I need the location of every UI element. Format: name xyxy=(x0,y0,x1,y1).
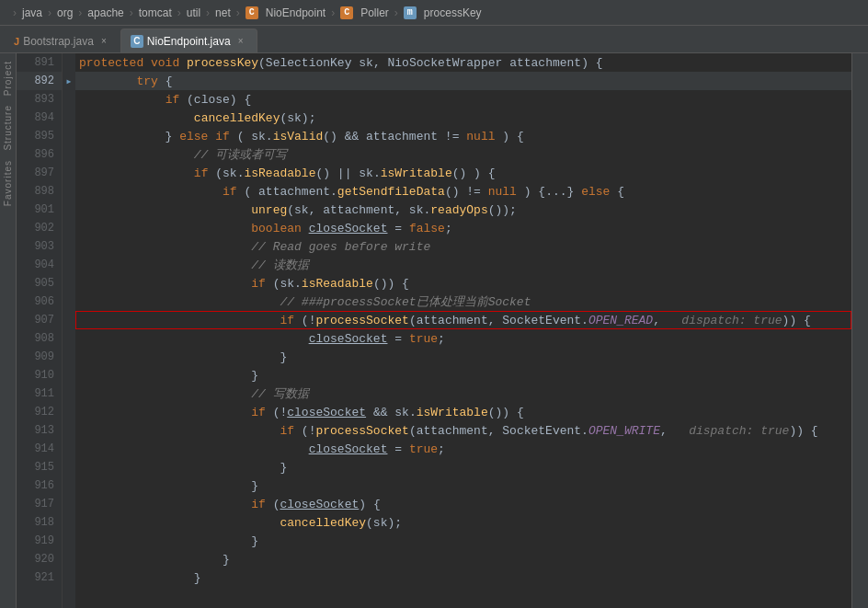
code-line-906: // ###processSocket已体处理当前Socket xyxy=(75,293,851,311)
gutter-cell-921 xyxy=(63,568,75,587)
line-number-902: 902 xyxy=(17,219,62,237)
code-line-912: if (!closeSocket && sk.isWritable()) { xyxy=(75,403,851,421)
line-number-914: 914 xyxy=(17,440,62,458)
code-line-918: cancelledKey(sk); xyxy=(75,513,851,532)
gutter-cell-895 xyxy=(63,127,75,145)
structure-label[interactable]: Structure xyxy=(1,101,15,155)
line-number-917: 917 xyxy=(17,495,62,513)
code-line-920: } xyxy=(75,550,851,568)
main-layout: Project Structure Favorites 891892893894… xyxy=(0,53,868,608)
tab-nioendpoint-close[interactable]: × xyxy=(234,35,247,48)
tab-bootstrap[interactable]: J Bootstrap.java × xyxy=(4,29,120,52)
line-number-898: 898 xyxy=(17,182,62,201)
gutter-cell-919 xyxy=(63,532,75,550)
line-number-892: 892 xyxy=(17,72,62,90)
code-line-915: } xyxy=(75,458,851,476)
code-line-913: if (!processSocket(attachment, SocketEve… xyxy=(75,421,851,440)
code-line-891: protected void processKey(SelectionKey s… xyxy=(75,53,851,72)
breadcrumb-util[interactable]: util xyxy=(187,6,200,19)
line-number-905: 905 xyxy=(17,274,62,293)
gutter-cell-915 xyxy=(63,458,75,476)
gutter-cell-920 xyxy=(63,550,75,568)
breadcrumb-poller[interactable]: Poller xyxy=(360,6,389,19)
gutter-cell-897 xyxy=(63,164,75,182)
tab-bar: J Bootstrap.java × C NioEndpoint.java × xyxy=(0,26,868,53)
breadcrumb-tomcat[interactable]: tomcat xyxy=(139,6,172,19)
gutter-cell-904 xyxy=(63,256,75,274)
code-line-897: if (sk.isReadable() || sk.isWritable() )… xyxy=(75,164,851,182)
line-number-906: 906 xyxy=(17,293,62,311)
gutter-cell-907 xyxy=(63,311,75,329)
gutter-cell-905 xyxy=(63,274,75,293)
code-area: 8918928938948958968978989019029039049059… xyxy=(17,53,851,608)
title-bar: › java › org › apache › tomcat › util › … xyxy=(0,0,868,26)
breadcrumb-java[interactable]: java xyxy=(22,6,42,19)
gutter-cell-917 xyxy=(63,495,75,513)
line-number-904: 904 xyxy=(17,256,62,274)
breadcrumb-org[interactable]: org xyxy=(57,6,73,19)
code-line-914: closeSocket = true; xyxy=(75,440,851,458)
gutter-cell-913 xyxy=(63,421,75,440)
code-line-909: } xyxy=(75,348,851,366)
tab-nioendpoint-label: NioEndpoint.java xyxy=(147,35,231,48)
favorites-label[interactable]: Favorites xyxy=(1,156,15,210)
breadcrumb-sep-1: › xyxy=(13,6,17,19)
gutter-cell-912 xyxy=(63,403,75,421)
code-line-916: } xyxy=(75,476,851,495)
line-number-920: 920 xyxy=(17,550,62,568)
code-line-898: if ( attachment.getSendfileData() != nul… xyxy=(75,182,851,201)
poller-icon: C xyxy=(340,6,353,19)
right-panel xyxy=(851,53,868,608)
breadcrumb-nioendpoint[interactable]: NioEndpoint xyxy=(266,6,326,19)
line-number-921: 921 xyxy=(17,568,62,587)
gutter-cell-910 xyxy=(63,366,75,384)
code-line-911: // 写数据 xyxy=(75,384,851,403)
gutter-cell-898 xyxy=(63,182,75,201)
breadcrumb-net[interactable]: net xyxy=(215,6,231,19)
gutter-cell-909 xyxy=(63,348,75,366)
line-number-903: 903 xyxy=(17,237,62,256)
gutter-cell-892: ▶ xyxy=(63,72,75,90)
code-line-892: try { xyxy=(75,72,851,90)
gutter-cell-893 xyxy=(63,90,75,109)
line-number-913: 913 xyxy=(17,421,62,440)
tab-nioendpoint[interactable]: C NioEndpoint.java × xyxy=(120,29,257,52)
gutter-cell-914 xyxy=(63,440,75,458)
tab-bootstrap-close[interactable]: × xyxy=(97,35,110,48)
gutter-cell-891 xyxy=(63,53,75,72)
project-label[interactable]: Project xyxy=(1,57,15,99)
line-number-919: 919 xyxy=(17,532,62,550)
tab-bootstrap-label: Bootstrap.java xyxy=(23,35,94,48)
code-line-908: closeSocket = true; xyxy=(75,329,851,348)
line-numbers: 8918928938948958968978989019029039049059… xyxy=(17,53,63,608)
gutter-cell-903 xyxy=(63,237,75,256)
line-number-908: 908 xyxy=(17,329,62,348)
gutter-cell-918 xyxy=(63,513,75,532)
line-number-893: 893 xyxy=(17,90,62,109)
line-number-901: 901 xyxy=(17,201,62,219)
code-line-919: } xyxy=(75,532,851,550)
nioendpoint-tab-icon: C xyxy=(131,35,143,48)
processkey-icon: m xyxy=(404,6,417,19)
breadcrumb-processkey[interactable]: processKey xyxy=(424,6,482,19)
line-number-916: 916 xyxy=(17,476,62,495)
line-number-915: 915 xyxy=(17,458,62,476)
code-scroll[interactable]: protected void processKey(SelectionKey s… xyxy=(75,53,851,608)
code-line-894: cancelledKey(sk); xyxy=(75,109,851,127)
line-number-896: 896 xyxy=(17,145,62,164)
line-number-907: 907 xyxy=(17,311,62,329)
code-line-893: if (close) { xyxy=(75,90,851,109)
code-line-910: } xyxy=(75,366,851,384)
gutter-cell-908 xyxy=(63,329,75,348)
gutter-arrow: ▶ xyxy=(67,77,72,86)
code-line-907: if (!processSocket(attachment, SocketEve… xyxy=(75,311,851,329)
line-number-895: 895 xyxy=(17,127,62,145)
nio-endpoint-icon: C xyxy=(246,6,258,19)
gutter: ▶ xyxy=(63,53,75,608)
code-line-917: if (closeSocket) { xyxy=(75,495,851,513)
bootstrap-icon: J xyxy=(14,36,19,47)
line-number-912: 912 xyxy=(17,403,62,421)
breadcrumb-apache[interactable]: apache xyxy=(87,6,123,19)
left-panel: Project Structure Favorites xyxy=(0,53,17,608)
line-number-891: 891 xyxy=(17,53,62,72)
